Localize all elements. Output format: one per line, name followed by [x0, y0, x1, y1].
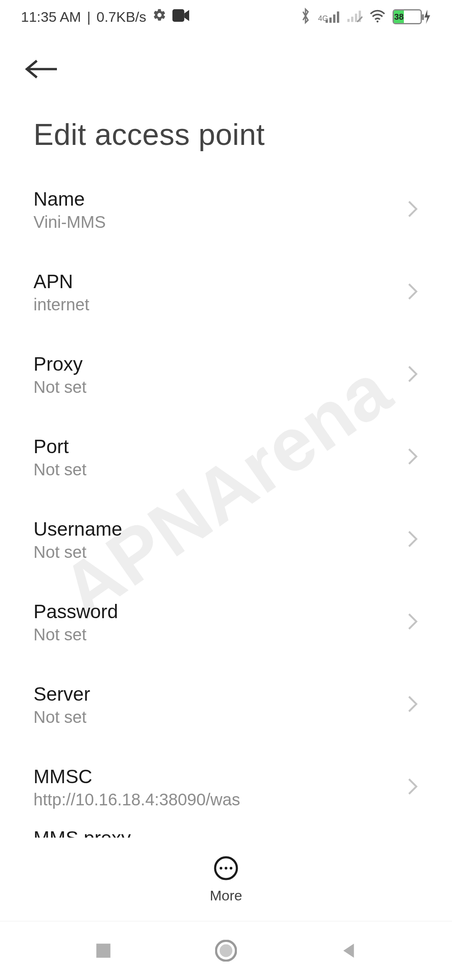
more-circle-icon: [213, 855, 239, 882]
svg-rect-6: [351, 17, 353, 22]
item-value: internet: [33, 295, 89, 314]
svg-point-14: [225, 867, 227, 869]
triangle-left-icon: [340, 942, 357, 959]
chevron-right-icon: [407, 365, 419, 385]
bluetooth-icon: [300, 8, 311, 26]
system-navbar: [0, 921, 452, 980]
item-label: APN: [33, 270, 89, 293]
item-label: Password: [33, 600, 118, 623]
svg-rect-16: [96, 944, 110, 958]
item-label: Username: [33, 518, 122, 540]
nav-recent-button[interactable]: [91, 938, 116, 963]
apn-item-password[interactable]: Password Not set: [33, 581, 419, 663]
signal-bars-icon: [326, 10, 341, 23]
chevron-right-icon: [407, 612, 419, 632]
page-title: Edit access point: [0, 92, 452, 168]
chevron-right-icon: [407, 200, 419, 220]
more-label: More: [210, 887, 242, 904]
more-button[interactable]: More: [210, 855, 242, 904]
back-button[interactable]: [25, 50, 63, 88]
svg-rect-3: [333, 15, 335, 23]
apn-item-mmsc[interactable]: MMSC http://10.16.18.4:38090/was: [33, 746, 419, 828]
item-value: Not set: [33, 543, 122, 562]
apn-item-proxy[interactable]: Proxy Not set: [33, 333, 419, 416]
item-label: Server: [33, 683, 90, 705]
apn-item-port[interactable]: Port Not set: [33, 416, 419, 498]
item-value: Not set: [33, 460, 87, 479]
square-icon: [95, 942, 112, 959]
svg-point-15: [230, 867, 232, 869]
item-label: Proxy: [33, 353, 87, 375]
item-value: http://10.16.18.4:38090/was: [33, 790, 240, 809]
charging-icon: [424, 10, 431, 24]
chevron-right-icon: [407, 447, 419, 467]
item-value: Not set: [33, 708, 90, 727]
apn-item-name[interactable]: Name Vini-MMS: [33, 168, 419, 251]
wifi-icon: [369, 9, 386, 24]
arrow-left-icon: [25, 59, 59, 80]
item-value: Vini-MMS: [33, 213, 106, 232]
gear-icon: [152, 8, 167, 26]
status-time: 11:35 AM: [21, 9, 81, 25]
apn-item-username[interactable]: Username Not set: [33, 498, 419, 581]
video-icon: [172, 9, 189, 25]
signal-bars-off-icon: [347, 10, 362, 24]
apn-item-server[interactable]: Server Not set: [33, 663, 419, 746]
status-data-rate: 0.7KB/s: [97, 9, 146, 25]
footer-bar: More: [0, 838, 452, 921]
svg-rect-0: [172, 9, 184, 22]
circle-icon: [215, 940, 237, 962]
nav-back-button[interactable]: [336, 938, 361, 963]
svg-rect-5: [347, 19, 349, 22]
item-label: MMSC: [33, 765, 240, 788]
settings-list: Name Vini-MMS APN internet Proxy Not set…: [0, 168, 452, 838]
status-sep: |: [87, 9, 91, 25]
status-bar: 11:35 AM | 0.7KB/s 4G: [0, 0, 452, 34]
chevron-right-icon: [407, 282, 419, 302]
item-label: MMS proxy: [33, 828, 131, 838]
apn-item-mms-proxy[interactable]: MMS proxy 10.16.18.77: [33, 828, 419, 838]
chevron-right-icon: [407, 695, 419, 715]
chevron-right-icon: [407, 530, 419, 550]
svg-rect-1: [326, 20, 328, 23]
item-value: Not set: [33, 625, 118, 644]
nav-home-button[interactable]: [213, 938, 239, 963]
apn-item-apn[interactable]: APN internet: [33, 251, 419, 333]
item-label: Port: [33, 435, 87, 458]
svg-rect-4: [337, 11, 339, 23]
battery-indicator: 38: [393, 9, 431, 24]
header: [0, 34, 452, 92]
svg-rect-7: [355, 14, 357, 22]
item-value: Not set: [33, 378, 87, 397]
chevron-right-icon: [407, 777, 419, 797]
svg-point-13: [220, 867, 222, 869]
network-indicator: 4G: [318, 10, 341, 23]
svg-rect-2: [329, 18, 331, 23]
item-label: Name: [33, 188, 106, 210]
svg-point-18: [220, 944, 232, 957]
svg-point-10: [377, 21, 379, 23]
